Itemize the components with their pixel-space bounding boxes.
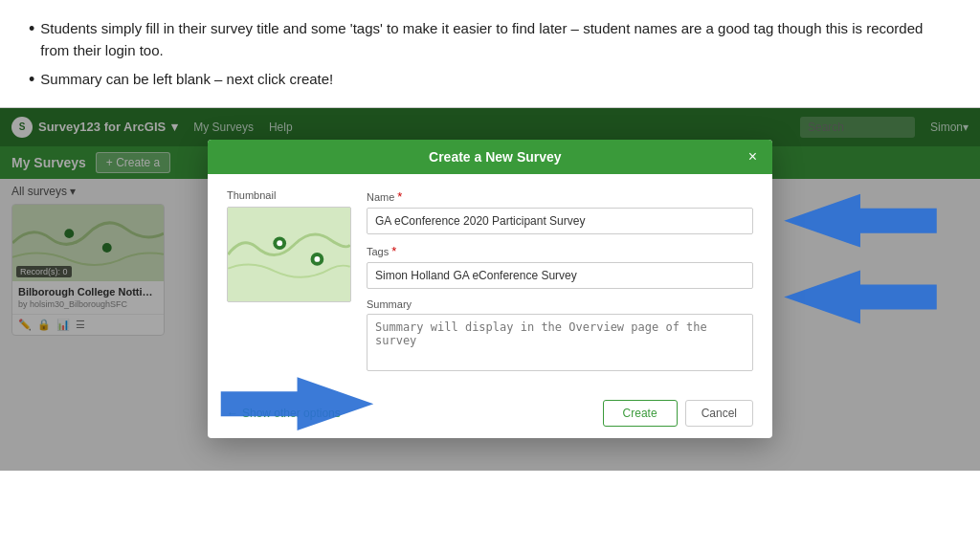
- modal-title: Create a New Survey: [242, 149, 748, 165]
- footer-buttons: Create Cancel: [603, 400, 753, 427]
- create-survey-modal: Create a New Survey × Thumbnail: [208, 140, 772, 438]
- cancel-button[interactable]: Cancel: [685, 400, 753, 427]
- modal-close-button[interactable]: ×: [748, 149, 757, 165]
- summary-field-label: Summary: [367, 298, 753, 310]
- thumbnail-section: Thumbnail: [227, 189, 351, 375]
- form-fields: Name * Tags * Summary: [367, 189, 753, 375]
- modal-backdrop: Create a New Survey × Thumbnail: [0, 108, 980, 471]
- modal-body: Thumbnail: [208, 174, 772, 390]
- create-button[interactable]: Create: [603, 400, 678, 427]
- modal-footer: ← Show other options Create Cancel: [208, 390, 772, 438]
- arrow-left-icon: ←: [227, 407, 238, 420]
- tags-input[interactable]: [367, 262, 753, 289]
- modal-header: Create a New Survey ×: [208, 140, 772, 174]
- bullet-2: Summary can be left blank – next click c…: [29, 68, 951, 92]
- thumbnail-preview: [227, 207, 351, 302]
- screenshot-area: S Survey123 for ArcGIS ▾ My Surveys Help…: [0, 107, 980, 471]
- svg-point-6: [277, 240, 282, 246]
- bullet-1: Students simply fill in their survey tit…: [29, 17, 951, 62]
- tags-field-label: Tags *: [367, 244, 753, 258]
- show-options-link[interactable]: ← Show other options: [227, 407, 341, 420]
- svg-point-8: [314, 256, 320, 262]
- name-field-label: Name *: [367, 189, 753, 204]
- svg-rect-4: [228, 208, 349, 301]
- summary-textarea[interactable]: [367, 314, 753, 371]
- thumbnail-label: Thumbnail: [227, 189, 351, 201]
- name-input[interactable]: [367, 208, 753, 234]
- intro-text: Students simply fill in their survey tit…: [0, 0, 980, 107]
